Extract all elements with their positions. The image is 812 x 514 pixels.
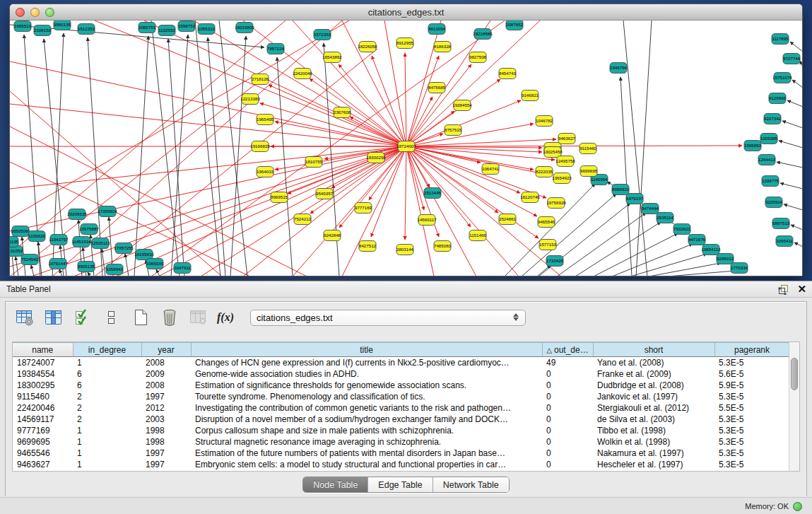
graph-node[interactable]: 10654113 bbox=[701, 245, 721, 255]
cell-pagerank[interactable]: 5.3E-5 bbox=[714, 436, 789, 448]
graph-node[interactable]: 13654923 bbox=[552, 173, 572, 184]
graph-edge[interactable] bbox=[406, 146, 555, 160]
graph-node[interactable]: 9474444 bbox=[642, 204, 659, 214]
close-window-button[interactable] bbox=[16, 8, 25, 17]
graph-node[interactable]: 7932621 bbox=[673, 224, 691, 235]
table-row[interactable]: 911546021997Tourette syndrome. Phenomeno… bbox=[13, 391, 789, 402]
cell-in_degree[interactable]: 1 bbox=[73, 436, 141, 448]
cell-year[interactable]: 2003 bbox=[141, 414, 191, 425]
graph-node[interactable]: 9227342 bbox=[764, 114, 782, 124]
graph-node[interactable]: 1733426 bbox=[546, 256, 564, 267]
graph-edge[interactable] bbox=[275, 122, 406, 146]
cell-in_degree[interactable]: 1 bbox=[73, 459, 141, 470]
cell-out_de[interactable]: 0 bbox=[542, 368, 593, 380]
graph-node[interactable]: 1572353 bbox=[314, 30, 331, 40]
cell-name[interactable]: 9463627 bbox=[13, 459, 73, 470]
graph-node[interactable]: 8969515 bbox=[271, 192, 288, 203]
graph-node[interactable]: 9699695 bbox=[580, 166, 598, 177]
tab-edge-table[interactable]: Edge Table bbox=[368, 477, 433, 492]
table-row[interactable]: 977716911998Corpus callosum shape and si… bbox=[13, 425, 789, 436]
graph-edge[interactable] bbox=[406, 139, 556, 146]
table-settings-icon[interactable] bbox=[14, 307, 35, 328]
graph-node[interactable]: 7524213 bbox=[294, 214, 312, 225]
graph-node[interactable]: 17359924 bbox=[98, 206, 117, 217]
graph-node[interactable]: 8427512 bbox=[359, 241, 377, 252]
network-canvas[interactable]: 1695513210815395601351512353205575311325… bbox=[10, 21, 802, 276]
graph-node[interactable]: 8905135 bbox=[78, 262, 95, 272]
cell-short[interactable]: de Silva et al. (2003) bbox=[593, 414, 714, 425]
graph-edge[interactable] bbox=[800, 61, 802, 67]
float-panel-icon[interactable] bbox=[778, 284, 789, 295]
graph-node[interactable]: 17957255 bbox=[114, 243, 134, 254]
cell-in_degree[interactable]: 1 bbox=[73, 425, 141, 436]
graph-node[interactable]: 1598753 bbox=[178, 21, 196, 32]
graph-node[interactable]: 9358943 bbox=[106, 264, 124, 275]
cell-out_de[interactable]: 49 bbox=[542, 357, 593, 368]
column-header-short[interactable]: short bbox=[593, 343, 714, 357]
column-header-title[interactable]: title bbox=[191, 343, 542, 357]
cell-name[interactable]: 19384554 bbox=[13, 368, 73, 380]
graph-node[interactable]: 8186328 bbox=[434, 42, 452, 52]
column-header-pagerank[interactable]: pagerank bbox=[714, 343, 789, 357]
graph-edge[interactable] bbox=[594, 233, 678, 276]
column-header-in_degree[interactable]: in_degree bbox=[73, 343, 141, 357]
graph-edge[interactable] bbox=[59, 269, 62, 276]
graph-edge[interactable] bbox=[195, 21, 220, 276]
graph-edge[interactable] bbox=[406, 146, 742, 146]
graph-node[interactable]: 1132553 bbox=[158, 25, 175, 36]
table-row[interactable]: 1872400712008Changes of HCN gene express… bbox=[13, 357, 789, 368]
graph-node[interactable]: 2055753 bbox=[139, 23, 156, 33]
cell-out_de[interactable]: 0 bbox=[542, 425, 593, 436]
cell-title[interactable]: Investigating the contribution of common… bbox=[191, 402, 542, 414]
cell-year[interactable]: 1997 bbox=[141, 459, 191, 470]
graph-node[interactable]: 1339775 bbox=[762, 176, 779, 187]
scrollbar-thumb[interactable] bbox=[791, 358, 798, 390]
graph-edge[interactable] bbox=[31, 265, 34, 276]
tab-network-table[interactable]: Network Table bbox=[433, 477, 509, 492]
graph-node[interactable]: 1156829 bbox=[28, 231, 45, 242]
cell-pagerank[interactable]: 5.3E-5 bbox=[714, 357, 789, 368]
graph-edge[interactable] bbox=[243, 146, 406, 276]
graph-node[interactable]: 2718126 bbox=[252, 74, 269, 85]
graph-edge[interactable] bbox=[52, 21, 342, 276]
graph-node[interactable]: 16120746 bbox=[520, 192, 540, 203]
cell-year[interactable]: 1998 bbox=[141, 425, 191, 436]
graph-node[interactable]: 9549357 bbox=[316, 189, 334, 199]
table-row[interactable]: 969969511998Structural magnetic resonanc… bbox=[13, 436, 789, 448]
table-row[interactable]: 946554611997Estimation of the future num… bbox=[13, 448, 789, 459]
graph-node[interactable]: 2065035 bbox=[146, 259, 164, 269]
graph-node[interactable]: 9129966 bbox=[769, 93, 787, 104]
table-vertical-scrollbar[interactable] bbox=[789, 342, 799, 471]
graph-node[interactable]: 2108153 bbox=[34, 25, 52, 36]
cell-in_degree[interactable]: 6 bbox=[73, 380, 141, 391]
graph-node[interactable]: 1209385 bbox=[760, 134, 778, 144]
graph-edge[interactable] bbox=[612, 244, 693, 276]
graph-edge[interactable] bbox=[406, 124, 534, 146]
minimize-window-button[interactable] bbox=[30, 8, 40, 17]
graph-node[interactable]: 19384554 bbox=[452, 100, 472, 111]
cell-name[interactable]: 9699695 bbox=[13, 436, 73, 448]
graph-node[interactable]: 11943757 bbox=[49, 235, 69, 245]
cell-year[interactable]: 2009 bbox=[141, 368, 191, 380]
table-row[interactable]: 1830029562008Estimation of significance … bbox=[13, 380, 789, 391]
cell-year[interactable]: 1997 bbox=[141, 448, 191, 459]
cell-pagerank[interactable]: 5.9E-5 bbox=[714, 380, 789, 391]
cell-pagerank[interactable]: 5.3E-5 bbox=[714, 448, 789, 459]
graph-edge[interactable] bbox=[406, 56, 439, 146]
select-columns-icon[interactable] bbox=[72, 307, 93, 328]
graph-edge[interactable] bbox=[406, 146, 551, 175]
table-row[interactable]: 946362711997Embryonic stem cells: a mode… bbox=[13, 459, 789, 470]
graph-edge[interactable] bbox=[782, 121, 802, 128]
graph-edge[interactable] bbox=[667, 271, 735, 276]
graph-node[interactable]: 9560135 bbox=[54, 21, 71, 30]
cell-in_degree[interactable]: 2 bbox=[73, 402, 141, 414]
row-height-icon[interactable] bbox=[101, 307, 122, 328]
cell-short[interactable]: Nakamura et al. (1997) bbox=[593, 448, 714, 459]
graph-node[interactable]: 9827508 bbox=[469, 52, 487, 63]
cell-short[interactable]: Tibbo et al. (1998) bbox=[593, 425, 714, 436]
cell-title[interactable]: Disruption of a novel member of a sodium… bbox=[191, 414, 542, 425]
cell-pagerank[interactable]: 5.6E-5 bbox=[714, 368, 789, 380]
cell-short[interactable]: Jankovic et al. (1997) bbox=[593, 391, 714, 402]
cell-name[interactable]: 18300295 bbox=[13, 380, 73, 391]
graph-node[interactable]: 9777169 bbox=[355, 203, 372, 214]
